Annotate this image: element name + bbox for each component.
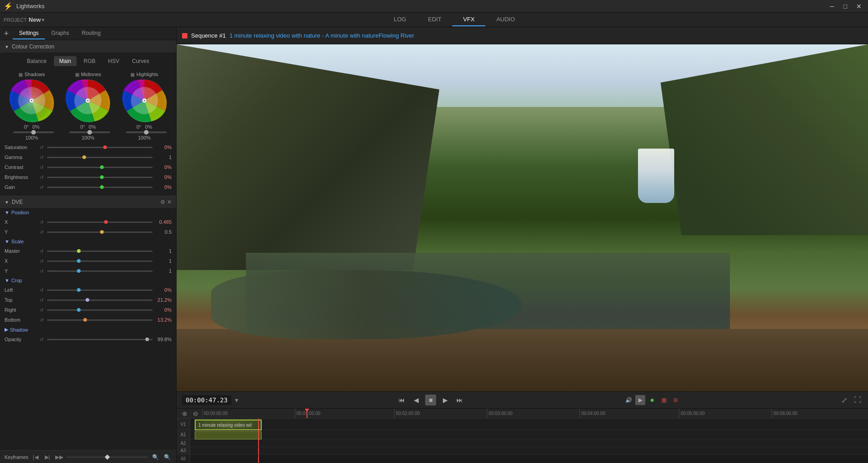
kf-prev-button[interactable]: |◀ [31,453,40,462]
audio-icon[interactable]: 🔊 [623,395,633,405]
highlights-wheel-svg [122,78,167,123]
stop-button[interactable]: ■ [425,395,436,405]
position-y-reset-button[interactable]: ↺ [38,228,45,236]
saturation-slider[interactable] [47,147,153,148]
cc-tab-main[interactable]: Main [54,56,77,66]
scale-y-reset-button[interactable]: ↺ [38,267,45,275]
video-clip[interactable]: 1 minute relaxing video wit [195,420,262,430]
position-y-slider[interactable] [47,232,153,233]
saturation-reset-button[interactable]: ↺ [38,144,45,151]
shadow-header[interactable]: ▶ Shadow [5,325,172,334]
panel-tab-settings[interactable]: Settings [13,28,45,39]
saturation-value: 0% [154,145,172,150]
tab-log[interactable]: LOG [383,13,417,26]
prev-frame-button[interactable]: ◀ [411,395,422,405]
video-icon[interactable]: ▶ [635,395,645,405]
highlights-wheel[interactable] [122,78,167,123]
layout-icon[interactable]: ⊞ [671,395,681,405]
shadows-master-slider[interactable] [13,131,54,133]
tab-vfx[interactable]: VFX [452,13,485,26]
panel-tab-routing[interactable]: Routing [76,28,107,39]
kf-zoom-out-button[interactable]: 🔍 [163,453,172,462]
kf-next-button[interactable]: ▶| [43,453,52,462]
skip-to-start-button[interactable]: ⏮ [396,395,407,405]
a1-playhead [258,430,259,439]
crop-top-reset-button[interactable]: ↺ [38,296,45,304]
app-title: Lightworks [16,3,44,10]
dve-close-icon[interactable]: ✕ [167,199,172,205]
shadows-wheel[interactable] [9,78,54,123]
contrast-slider[interactable] [47,167,153,168]
scale-x-slider[interactable] [47,260,153,262]
cc-tab-rgb[interactable]: RGB [78,56,101,66]
colour-correction-header[interactable]: ▼ Colour Correction [0,40,176,53]
crop-right-reset-button[interactable]: ↺ [38,306,45,313]
project-label: PROJECT [4,17,27,23]
grid-icon[interactable]: ▦ [659,395,669,405]
crop-top-slider[interactable] [47,299,153,301]
expand-icon[interactable]: ⤢ [839,395,849,405]
midtones-master-slider[interactable] [69,131,110,133]
contrast-reset-button[interactable]: ↺ [38,164,45,171]
position-header[interactable]: ▼ Position [5,208,172,217]
position-x-reset-button[interactable]: ↺ [38,218,45,226]
close-button[interactable]: ✕ [854,2,864,11]
position-x-slider[interactable] [47,222,153,223]
kf-add-button[interactable]: ▶▶ [55,453,64,462]
shadow-label: Shadow [10,327,28,333]
audio-clip-1[interactable] [195,431,262,439]
opacity-slider[interactable] [47,339,153,340]
gamma-row: Gamma ↺ 1 [5,152,172,162]
dve-settings-icon[interactable]: ⚙ [160,199,165,205]
gamma-slider[interactable] [47,157,153,158]
panel-tab-graphs[interactable]: Graphs [45,28,75,39]
track-v1: V1 1 minute relaxing video wit [177,419,868,430]
gamma-reset-button[interactable]: ↺ [38,154,45,161]
position-y-value: 0.5 [154,229,172,235]
add-effect-button[interactable]: + [0,27,13,40]
track-a2-content [190,439,868,447]
brightness-reset-button[interactable]: ↺ [38,174,45,181]
crop-header[interactable]: ▼ Crop [5,276,172,285]
zoom-in-button[interactable]: ⊕ [180,409,189,418]
crop-bottom-slider[interactable] [47,319,153,321]
play-button[interactable]: ▶ [440,395,451,405]
maximize-button[interactable]: □ [841,2,850,11]
kf-zoom-in-button[interactable]: 🔍 [151,453,160,462]
opacity-reset-button[interactable]: ↺ [38,336,45,343]
midtones-wheel[interactable] [65,78,110,123]
scale-y-slider[interactable] [47,270,153,272]
ground-layer [177,329,868,391]
crop-right-slider[interactable] [47,309,153,311]
scale-master-reset-button[interactable]: ↺ [38,247,45,255]
cc-tab-hsv[interactable]: HSV [103,56,125,66]
zoom-out-button[interactable]: ⊖ [191,409,200,418]
opacity-value: 99.8% [154,337,172,342]
brightness-slider[interactable] [47,177,153,178]
preview-area [177,44,868,391]
gain-reset-button[interactable]: ↺ [38,183,45,191]
highlights-master-slider[interactable] [126,131,167,133]
crop-left-reset-button[interactable]: ↺ [38,286,45,294]
playhead-triangle [305,409,309,412]
timecode-dropdown-icon[interactable]: ▾ [235,396,238,404]
project-name[interactable]: New [29,16,41,23]
track-a2-label: A2 [177,439,190,447]
crop-bottom-reset-button[interactable]: ↺ [38,316,45,323]
scale-header[interactable]: ▼ Scale [5,237,172,246]
cc-tab-balance[interactable]: Balance [21,56,52,66]
skip-to-end-button[interactable]: ⏭ [454,395,465,405]
crop-left-slider[interactable] [47,289,153,291]
tab-edit[interactable]: EDIT [417,13,452,26]
dve-header[interactable]: ▼ DVE ⚙ ✕ [0,196,176,208]
gain-slider[interactable] [47,187,153,188]
cc-tab-curves[interactable]: Curves [127,56,155,66]
crop-bottom-row: Bottom ↺ 13.2% [5,315,172,325]
green-dot-icon[interactable]: ● [647,395,657,405]
fullscreen-icon[interactable]: ⛶ [853,395,863,405]
scale-master-slider[interactable] [47,251,153,252]
tab-audio[interactable]: AUDIO [485,13,526,26]
minimize-button[interactable]: ─ [827,2,837,11]
project-dropdown-icon[interactable]: ▾ [42,17,44,23]
scale-x-reset-button[interactable]: ↺ [38,257,45,265]
